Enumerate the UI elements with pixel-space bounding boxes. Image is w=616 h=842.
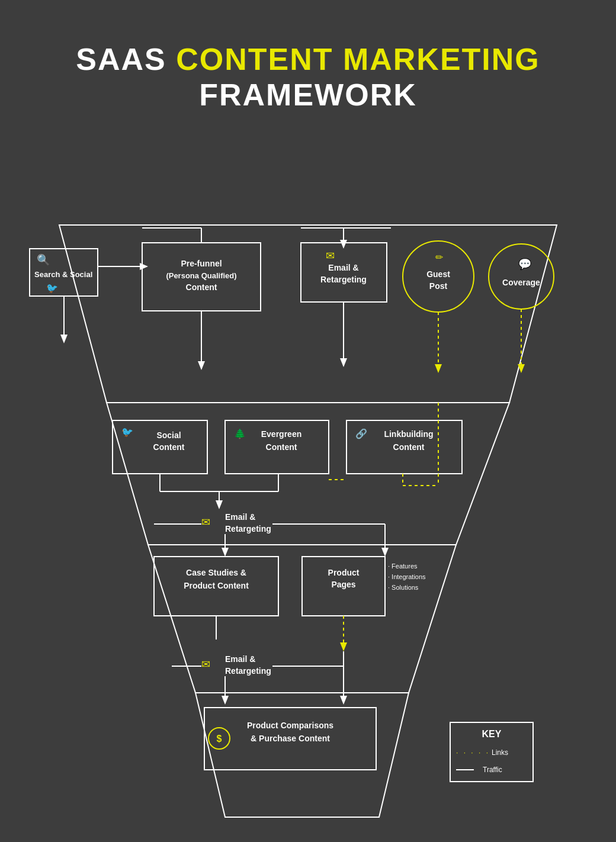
svg-text:Coverage: Coverage bbox=[502, 278, 540, 287]
svg-marker-31 bbox=[140, 263, 148, 270]
svg-text:Post: Post bbox=[429, 281, 448, 291]
svg-text:· · · · ·: · · · · · bbox=[456, 748, 490, 757]
svg-text:Linkbuilding: Linkbuilding bbox=[384, 429, 433, 439]
svg-marker-0 bbox=[59, 225, 557, 403]
svg-text:Pre-funnel: Pre-funnel bbox=[181, 259, 222, 268]
svg-marker-21 bbox=[60, 335, 68, 343]
svg-text:· Solutions: · Solutions bbox=[388, 584, 419, 591]
svg-text:Content: Content bbox=[393, 442, 425, 452]
svg-text:🐦: 🐦 bbox=[121, 426, 133, 438]
svg-text:Search & Social: Search & Social bbox=[34, 270, 92, 279]
svg-text:Case Studies &: Case Studies & bbox=[186, 568, 246, 577]
svg-text:(Persona Qualified): (Persona Qualified) bbox=[166, 271, 236, 280]
svg-text:Email &: Email & bbox=[225, 512, 255, 522]
svg-marker-25 bbox=[340, 358, 347, 367]
svg-text:& Purchase Content: & Purchase Content bbox=[251, 734, 330, 743]
title-line1: SAAS CONTENT MARKETING bbox=[24, 41, 592, 77]
svg-marker-54 bbox=[216, 500, 223, 509]
svg-text:Content: Content bbox=[153, 442, 185, 452]
svg-text:Product Comparisons: Product Comparisons bbox=[247, 721, 333, 730]
svg-text:💬: 💬 bbox=[518, 258, 532, 271]
diagram-svg: 🔍 Search & Social 🐦 Pre-funnel (Persona … bbox=[24, 130, 592, 841]
title-section: SAAS CONTENT MARKETING FRAMEWORK bbox=[12, 24, 604, 124]
svg-point-17 bbox=[489, 244, 554, 309]
svg-text:Email &: Email & bbox=[328, 263, 358, 272]
svg-marker-27 bbox=[435, 364, 442, 373]
svg-marker-65 bbox=[222, 548, 229, 557]
title-line2: FRAMEWORK bbox=[24, 77, 592, 113]
svg-text:✉: ✉ bbox=[201, 658, 210, 670]
svg-marker-79 bbox=[340, 642, 347, 651]
svg-text:🔍: 🔍 bbox=[37, 253, 50, 266]
svg-marker-36 bbox=[340, 240, 347, 249]
svg-text:✉: ✉ bbox=[326, 250, 335, 262]
page-container: SAAS CONTENT MARKETING FRAMEWORK 🔍 Searc… bbox=[0, 0, 616, 842]
svg-text:· Features: · Features bbox=[388, 563, 418, 570]
svg-rect-9 bbox=[301, 243, 387, 302]
svg-text:Pages: Pages bbox=[331, 580, 355, 589]
svg-text:✏: ✏ bbox=[435, 252, 444, 262]
svg-text:Evergreen: Evergreen bbox=[261, 429, 301, 439]
svg-text:Guest: Guest bbox=[426, 269, 450, 279]
svg-text:· Integrations: · Integrations bbox=[388, 573, 426, 580]
svg-text:Product: Product bbox=[328, 568, 360, 577]
svg-text:Retargeting: Retargeting bbox=[320, 275, 367, 284]
svg-text:Links: Links bbox=[492, 748, 508, 757]
svg-marker-87 bbox=[222, 696, 229, 705]
svg-text:Retargeting: Retargeting bbox=[225, 666, 271, 676]
svg-text:🌲: 🌲 bbox=[234, 428, 246, 439]
svg-text:Email &: Email & bbox=[225, 654, 255, 664]
svg-marker-23 bbox=[198, 361, 205, 370]
title-saas: SAAS bbox=[76, 42, 176, 76]
svg-text:KEY: KEY bbox=[482, 729, 502, 739]
diagram: 🔍 Search & Social 🐦 Pre-funnel (Persona … bbox=[24, 130, 592, 841]
svg-text:🔗: 🔗 bbox=[355, 428, 367, 439]
svg-marker-67 bbox=[381, 548, 389, 557]
svg-text:Content: Content bbox=[266, 442, 297, 452]
svg-text:🐦: 🐦 bbox=[46, 282, 58, 294]
svg-text:Content: Content bbox=[186, 282, 217, 292]
svg-text:✉: ✉ bbox=[201, 516, 210, 528]
svg-marker-89 bbox=[340, 696, 347, 705]
title-yellow: CONTENT MARKETING bbox=[176, 42, 540, 76]
svg-text:Social: Social bbox=[156, 430, 181, 440]
svg-text:$: $ bbox=[217, 734, 222, 744]
svg-text:Traffic: Traffic bbox=[483, 766, 502, 774]
svg-text:Retargeting: Retargeting bbox=[225, 524, 271, 534]
svg-text:Product Content: Product Content bbox=[184, 581, 249, 590]
